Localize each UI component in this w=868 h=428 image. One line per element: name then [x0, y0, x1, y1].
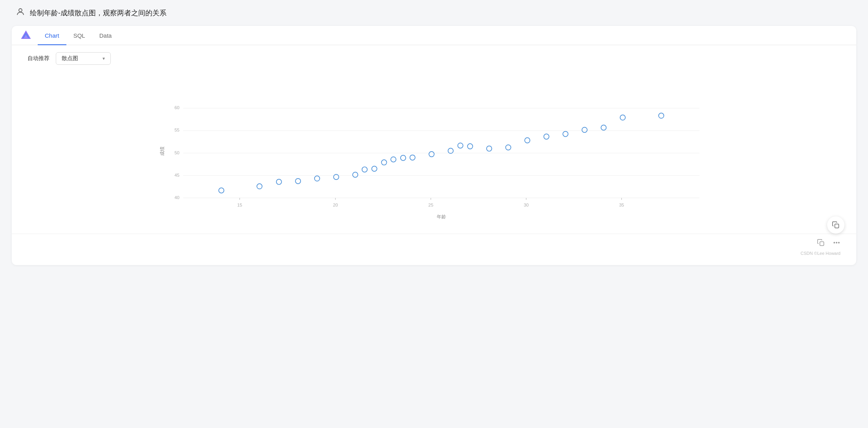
copy-icon[interactable] — [817, 239, 825, 249]
svg-text:35: 35 — [619, 203, 624, 207]
svg-text:30: 30 — [524, 203, 529, 207]
svg-text:40: 40 — [174, 195, 179, 200]
svg-text:15: 15 — [237, 203, 242, 207]
svg-rect-52 — [835, 224, 839, 228]
chart-area: 成绩 40 45 50 55 60 15 — [12, 69, 856, 234]
bottom-bar — [12, 234, 856, 250]
svg-text:25: 25 — [429, 203, 434, 207]
svg-point-51 — [659, 113, 664, 118]
user-icon — [16, 7, 25, 19]
svg-point-48 — [582, 127, 587, 132]
svg-point-38 — [410, 155, 415, 160]
svg-point-37 — [401, 155, 406, 160]
svg-point-40 — [448, 148, 453, 153]
tab-bar: Chart SQL Data — [12, 26, 856, 45]
svg-point-42 — [467, 144, 472, 149]
svg-point-54 — [834, 242, 835, 243]
app-logo — [20, 29, 32, 42]
svg-point-46 — [544, 134, 549, 139]
svg-point-35 — [381, 160, 386, 165]
svg-point-33 — [362, 167, 367, 172]
main-card: Chart SQL Data 自动推荐 散点图 ▾ 成绩 40 45 50 55… — [12, 26, 856, 265]
svg-rect-53 — [820, 242, 824, 246]
svg-text:55: 55 — [174, 128, 179, 132]
svg-point-45 — [525, 138, 530, 143]
watermark: CSDN ©Lee Howard — [12, 250, 856, 257]
svg-text:50: 50 — [174, 150, 179, 155]
page-title: 绘制年龄-成绩散点图，观察两者之间的关系 — [30, 8, 167, 18]
chart-options: 自动推荐 散点图 ▾ — [12, 45, 856, 69]
svg-text:45: 45 — [174, 173, 179, 177]
svg-text:20: 20 — [333, 203, 338, 207]
svg-point-34 — [372, 166, 377, 171]
svg-text:60: 60 — [174, 105, 179, 110]
svg-text:成绩: 成绩 — [159, 146, 165, 156]
chart-type-dropdown[interactable]: 散点图 ▾ — [56, 52, 111, 65]
copy-button[interactable] — [827, 216, 844, 234]
svg-point-30 — [315, 176, 320, 181]
svg-point-41 — [458, 143, 463, 148]
more-icon[interactable] — [833, 239, 841, 249]
scatter-chart: 成绩 40 45 50 55 60 15 — [20, 73, 841, 230]
svg-point-49 — [601, 125, 606, 130]
svg-point-44 — [505, 145, 511, 150]
svg-point-29 — [295, 179, 300, 184]
svg-point-56 — [839, 242, 840, 243]
svg-point-43 — [487, 146, 492, 151]
tab-chart[interactable]: Chart — [38, 26, 66, 45]
chevron-down-icon: ▾ — [103, 56, 105, 61]
svg-point-0 — [19, 9, 22, 12]
top-bar: 绘制年龄-成绩散点图，观察两者之间的关系 — [0, 0, 868, 26]
svg-point-39 — [429, 152, 434, 157]
svg-point-28 — [277, 179, 282, 184]
svg-point-47 — [563, 132, 568, 137]
svg-text:年龄: 年龄 — [437, 214, 446, 219]
tab-sql[interactable]: SQL — [66, 26, 92, 45]
svg-point-50 — [620, 115, 625, 120]
svg-point-32 — [353, 172, 358, 177]
svg-point-36 — [391, 157, 396, 162]
svg-point-31 — [333, 174, 339, 179]
auto-recommend-label: 自动推荐 — [27, 55, 49, 62]
tab-data[interactable]: Data — [92, 26, 119, 45]
svg-point-26 — [219, 188, 224, 193]
svg-point-55 — [836, 242, 837, 243]
svg-point-27 — [257, 184, 262, 189]
chart-type-value: 散点图 — [62, 55, 78, 62]
